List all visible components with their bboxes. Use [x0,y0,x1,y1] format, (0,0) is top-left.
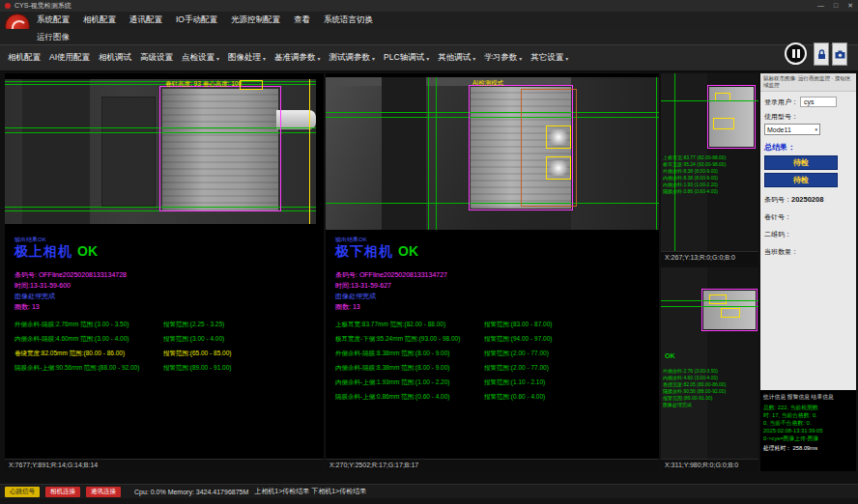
menu-item-comm-config[interactable]: 通讯配置 [129,14,162,26]
roi-rect-yellow [709,294,727,304]
machine-part [22,79,90,224]
camera-title: 极下相机OK [335,243,418,261]
toolbar-advanced-settings[interactable]: 高级设置 [140,52,173,64]
cpu-memory-text: Cpu: 0.0% Memory: 3424.41796875M [134,489,248,495]
toolbar-other-debug[interactable]: 其他调试▾ [438,52,475,64]
preview-view-2[interactable]: OK 外侧余料:2.76 (3.00-3.50) 内侧余料:4.60 (3.00… [661,267,758,471]
tab-run-image[interactable]: 运行图像 [37,32,70,43]
status-bar: 心跳信号 相机连接 通讯连接 Cpu: 0.0% Memory: 3424.41… [0,484,858,498]
roi-rect-magenta [159,86,281,211]
measurement-row: 内侧余料-隔膜:4.60mm 范围:(3.00 - 4.00)报警范围:(3.0… [14,335,320,350]
chevron-down-icon: ▾ [472,55,475,62]
comm-link-badge: 通讯连接 [86,487,121,497]
login-user-label: 登录用户： [764,98,798,107]
toolbar-ai-config[interactable]: AI使用配置 [49,52,90,64]
measurement-row: 外侧余料-隔膜:2.76mm 范围:(3.00 - 3.50)报警范围:(2.2… [14,321,320,335]
ai-mode-annotation: AI检测模式 [472,79,503,88]
measurement-rows: 上极耳宽:83.77mm 范围:(82.00 - 88.00)报警范围:(83.… [335,321,655,407]
stats-header: 统计信息 报警信息 结果信息 [763,393,853,402]
snapshot-button[interactable] [832,42,847,66]
pause-icon [797,49,800,58]
camera-link-badge: 相机连接 [45,487,80,497]
login-user-row: 登录用户： cys [764,97,852,107]
stats-panel: 统计信息 报警信息 结果信息 总数: 222, 当前检测数 时: 17, 当前合… [760,390,856,471]
main-area: 卷针高度: 93 卷心高度: 100 输出结果OK 极上相机OK 条码号: OF… [0,71,858,484]
overlay-line [661,306,758,307]
toolbar-spot-check[interactable]: 点检设置▾ [182,52,219,64]
transfer-results-text: 上相机1>传检结果 下相机1>传检结果 [254,487,366,496]
result-ok: OK [77,243,98,259]
chevron-down-icon: ▾ [565,55,568,62]
chevron-down-icon: ▾ [519,55,522,62]
barcode-row: 条码号：20250208 [764,195,852,205]
close-button[interactable]: ✕ [847,2,853,10]
title-bar: CYS-视觉检测系统 — □ ✕ [0,0,858,12]
machine-part [571,77,659,230]
roi-rect-yellow [546,156,571,180]
menu-bar: 系统配置 相机配置 通讯配置 IO手动配置 光源控制配置 查看 系统语言切换 [0,12,858,29]
count-text: 圈数: 13 [14,302,40,312]
side-panel: 鼠标双击图像: 运行画面监控 · 按钮区域监控 登录用户： cys 使用型号： … [760,73,856,471]
lock-icon [817,49,826,60]
stats-line: 时: 17, 当前合格数: 0. [763,411,853,419]
menu-item-view[interactable]: 查看 [294,14,310,26]
app-icon [5,3,11,9]
machine-part [661,267,707,459]
process-status: 图像处理完成 [335,292,376,301]
measurement-rows: 外侧余料-隔膜:2.76mm 范围:(3.00 - 3.50)报警范围:(2.2… [14,321,320,378]
process-status: 图像处理完成 [14,292,55,301]
camera-view-upper[interactable]: 卷针高度: 93 卷心高度: 100 输出结果OK 极上相机OK 条码号: OF… [5,73,324,471]
stats-line: 总数: 222, 当前检测数 [763,404,853,411]
menu-item-camera-config[interactable]: 相机配置 [83,14,116,26]
menu-item-light-config[interactable]: 光源控制配置 [231,14,280,26]
pixel-coordinates: X:7677;Y:891;R:14;G:14;B:14 [5,459,324,471]
model-select[interactable]: Mode11 ▾ [764,124,820,135]
menu-item-system-config[interactable]: 系统配置 [37,14,70,26]
barcode-text: 条码号: OFFline20250208133134728 [14,270,127,280]
measurement-row-warning: 卷绕宽度:82.05mm 范围:(80.00 - 86.00)报警范围:(65.… [14,350,320,364]
overlay-line [661,300,758,301]
overlay-line [661,100,758,101]
heartbeat-badge: 心跳信号 [5,487,40,497]
measurement-row: 内侧余料-隔膜:8.38mm 范围:(8.00 - 9.00)报警范围:(2.0… [335,364,655,378]
pause-button[interactable] [785,42,807,65]
roi-rect-yellow [713,118,734,129]
toolbar-other-settings[interactable]: 其它设置▾ [530,52,568,64]
time-text: 时间:13-31-59-627 [335,281,391,291]
preview-image-2: OK 外侧余料:2.76 (3.00-3.50) 内侧余料:4.60 (3.00… [661,267,758,459]
result-ok: OK [665,352,675,359]
overlay-line [436,77,437,230]
measurement-row: 上极耳宽:83.77mm 范围:(82.00 - 88.00)报警范围:(83.… [335,321,655,335]
minimize-button[interactable]: — [817,2,824,10]
menu-item-io-config[interactable]: IO手动配置 [176,14,217,26]
toolbar-camera-config[interactable]: 相机配置 [8,52,41,64]
toolbar-camera-debug[interactable]: 相机调试 [99,52,131,64]
tab-row: 运行图像 [0,29,858,44]
pause-icon [792,49,795,58]
toolbar-test-params[interactable]: 测试调参数▾ [329,52,376,64]
stats-line: 0->cys=图像上传-图像 [763,434,853,442]
camera-title: 极上相机OK [14,243,98,261]
overlay-line [656,77,657,230]
toolbar-baseline-params[interactable]: 基准调参数▾ [274,52,321,64]
measurement-row: 外侧余料-隔膜:8.38mm 范围:(8.00 - 9.00)报警范围:(2.0… [335,350,655,364]
roi-rect-yellow [546,126,571,149]
stats-line: 0, 当前不合格数: 0. [763,419,853,427]
lock-button[interactable] [814,42,829,66]
overlay-line [5,81,316,82]
toolbar-image-processing[interactable]: 图像处理▾ [228,52,266,64]
overlay-line [5,84,316,85]
pixel-coordinates: X:270;Y:2502;R:17;G:17;B:17 [326,459,659,471]
pixel-coordinates: X:311;Y:980;R:0;G:0;B:0 [661,459,758,471]
camera-view-lower[interactable]: AI检测模式 输出结果OK 极下相机OK 条码号: OFFline2025020… [326,73,659,471]
toolbar-plc-axis[interactable]: PLC轴调试▾ [384,52,429,64]
overlay-line [428,77,429,230]
preview-view-1[interactable]: 上极耳宽:83.77 (82.00-88.00) 极耳宽度:95.24 (93.… [661,73,758,264]
menu-item-language[interactable]: 系统语言切换 [324,14,373,26]
time-text: 时间:13-31-59-600 [14,281,71,291]
maximize-button[interactable]: □ [834,2,838,10]
login-user-value: cys [800,97,837,107]
toolbar-learning-params[interactable]: 学习参数▾ [484,52,522,64]
camera-icon [835,50,845,59]
result-value-box: 待检 [764,173,838,187]
